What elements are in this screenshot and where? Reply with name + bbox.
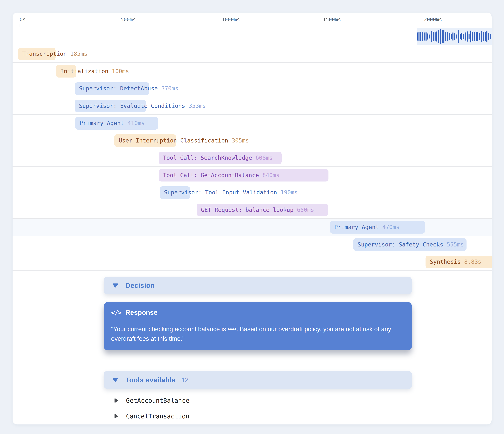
trace-span-label: Supervisor: Safety Checks555ms <box>358 236 464 253</box>
waveform-bar <box>443 29 444 44</box>
trace-span-row[interactable]: Transcription185ms <box>13 45 492 63</box>
tools-count-badge: 12 <box>181 376 189 384</box>
ruler-tick-mark <box>222 24 222 27</box>
waveform-bar <box>485 32 486 41</box>
waveform-bar <box>486 31 487 42</box>
trace-span-label: Initialization100ms <box>60 63 129 80</box>
trace-span-label: GET Request: balance_lookup650ms <box>201 201 314 218</box>
waveform-bar <box>445 32 446 41</box>
trace-span-label: Tool Call: SearchKnowledge608ms <box>163 149 273 166</box>
waveform-bar <box>429 35 430 38</box>
waveform-bar <box>488 33 489 40</box>
decision-panel-header[interactable]: Decision <box>104 277 412 294</box>
ruler-tick-label: 500ms <box>121 17 136 22</box>
response-card: </> Response "Your current checking acco… <box>104 302 412 350</box>
waveform-bar <box>427 33 428 40</box>
trace-span-label: Transcription185ms <box>22 45 87 63</box>
waveform-bar <box>470 30 471 43</box>
trace-span-row[interactable]: Tool Call: SearchKnowledge608ms <box>13 149 492 167</box>
trace-span-row[interactable]: Primary Agent470ms <box>13 219 492 236</box>
waveform-bar <box>420 32 421 41</box>
trace-span-row[interactable]: Supervisor: DetectAbuse370ms <box>13 80 492 97</box>
waveform-bar <box>458 30 459 43</box>
trace-span-row[interactable]: Synthesis8.83s <box>13 253 492 271</box>
ruler-tick-mark <box>121 24 121 27</box>
waveform-bar <box>467 31 468 42</box>
tools-panel-header[interactable]: Tools available 12 <box>104 371 412 389</box>
waveform-bar <box>451 34 452 39</box>
tools-panel-title: Tools available <box>126 376 175 384</box>
waveform-bar <box>460 34 461 39</box>
response-title: Response <box>126 309 157 316</box>
waveform-bar <box>433 32 434 41</box>
trace-span-row[interactable]: Supervisor: Safety Checks555ms <box>13 236 492 253</box>
ruler-tick-mark <box>19 24 20 27</box>
time-ruler: 0s500ms1000ms1500ms2000ms <box>13 13 492 28</box>
waveform-bar <box>435 32 436 41</box>
trace-span-label: User Interruption Classification305ms <box>119 132 249 149</box>
trace-span-label: Tool Call: GetAccountBalance840ms <box>163 166 280 184</box>
trace-card: 0s500ms1000ms1500ms2000ms Transcription1… <box>13 13 492 425</box>
waveform-bar <box>490 34 491 39</box>
audio-waveform-row <box>13 28 492 45</box>
collapse-chevron-icon <box>112 283 118 288</box>
response-header: </> Response <box>111 309 405 316</box>
ruler-tick-label: 0s <box>19 17 26 22</box>
collapse-chevron-icon <box>112 378 118 382</box>
waveform-bar <box>447 32 448 41</box>
waveform-bar <box>483 32 484 41</box>
waveform-bar <box>476 32 477 41</box>
audio-waveform <box>417 28 492 45</box>
response-text: "Your current checking account balance i… <box>111 324 405 344</box>
tool-name: GetAccountBalance <box>126 397 189 404</box>
waveform-bar <box>418 32 420 41</box>
waveform-bar <box>417 32 418 41</box>
tool-list-item[interactable]: GetAccountBalance <box>114 393 189 408</box>
waveform-bar <box>463 34 464 39</box>
waveform-bar <box>461 33 462 40</box>
waveform-bar <box>452 32 453 41</box>
waveform-bar <box>474 32 475 41</box>
ruler-tick-label: 1000ms <box>222 17 240 22</box>
trace-span-row[interactable]: Supervisor: Evaluate Conditions353ms <box>13 97 492 115</box>
waveform-bar <box>436 31 437 42</box>
ruler-tick-label: 2000ms <box>424 17 442 22</box>
trace-span-label: Primary Agent470ms <box>334 219 399 236</box>
expand-triangle-icon <box>114 398 118 403</box>
trace-span-row[interactable]: User Interruption Classification305ms <box>13 132 492 149</box>
tool-list-item[interactable]: CancelTransaction <box>114 408 189 424</box>
waveform-bar <box>449 33 450 40</box>
waveform-bar <box>425 32 426 41</box>
trace-viewer-page: 0s500ms1000ms1500ms2000ms Transcription1… <box>0 0 504 434</box>
code-icon: </> <box>111 309 121 316</box>
trace-span-row[interactable]: Supervisor: Tool Input Validation190ms <box>13 184 492 202</box>
waveform-bar <box>477 32 478 41</box>
waveform-bar <box>454 33 455 40</box>
trace-span-row[interactable]: Initialization100ms <box>13 63 492 80</box>
expand-triangle-icon <box>114 414 118 419</box>
ruler-tick-label: 1500ms <box>323 17 341 22</box>
waveform-bar <box>424 32 425 40</box>
waveform-bar <box>431 31 432 42</box>
waveform-bar <box>422 32 423 41</box>
timeline-rows: Transcription185msInitialization100msSup… <box>13 28 492 271</box>
ruler-tick-mark <box>323 24 323 27</box>
waveform-bar <box>456 35 457 38</box>
trace-span-row[interactable]: Primary Agent410ms <box>13 115 492 132</box>
waveform-bar <box>479 33 480 40</box>
trace-span-label: Supervisor: Evaluate Conditions353ms <box>79 97 206 114</box>
waveform-bar <box>438 30 439 43</box>
waveform-bar <box>442 30 443 43</box>
trace-span-row[interactable]: GET Request: balance_lookup650ms <box>13 201 492 219</box>
trace-span-label: Synthesis8.83s <box>430 253 481 270</box>
waveform-bar <box>472 32 473 41</box>
decision-panel-title: Decision <box>126 282 155 289</box>
trace-span-label: Primary Agent410ms <box>80 115 144 132</box>
trace-span-label: Supervisor: DetectAbuse370ms <box>79 80 178 97</box>
ruler-tick-mark <box>424 24 424 27</box>
trace-span-row[interactable]: Tool Call: GetAccountBalance840ms <box>13 166 492 184</box>
tool-list: GetAccountBalanceCancelTransaction <box>114 393 189 424</box>
waveform-bar <box>440 29 441 44</box>
trace-span-label: Supervisor: Tool Input Validation190ms <box>164 184 298 201</box>
waveform-bar <box>468 34 469 39</box>
